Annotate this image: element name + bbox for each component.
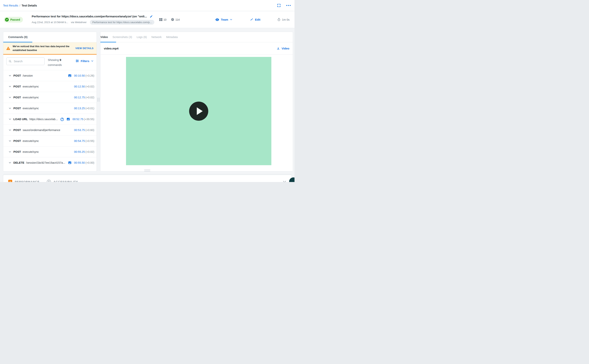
test-date: Aug 22nd, 2023 at 10:56AM b... bbox=[32, 21, 68, 24]
stopwatch-icon bbox=[277, 18, 281, 21]
os-version: 10 bbox=[163, 18, 167, 21]
command-search[interactable] bbox=[6, 58, 45, 65]
command-method: POST bbox=[13, 96, 21, 99]
test-details-page: Test Results / Test Details Passed Perfo… bbox=[0, 0, 294, 182]
breadcrumb-separator: / bbox=[20, 4, 20, 7]
command-path: sauce/ondemand/performance bbox=[23, 129, 60, 132]
edit-title-pencil-icon[interactable] bbox=[150, 15, 153, 18]
filters-button[interactable]: Filters bbox=[75, 59, 94, 63]
check-circle-icon bbox=[5, 18, 9, 22]
download-video-label: Video bbox=[281, 47, 289, 50]
search-input[interactable] bbox=[13, 60, 42, 63]
command-row[interactable]: POSTsauce/ondemand/performance00:53.75(+… bbox=[3, 125, 97, 136]
command-timestamp: 00:13.25(+0.01) bbox=[74, 107, 94, 110]
collapse-panel-chevron-icon[interactable] bbox=[282, 180, 287, 182]
command-row[interactable]: POSTexecute/sync00:54.75(+0.55) bbox=[3, 136, 97, 146]
command-path: https://docs.saucelab... bbox=[29, 118, 58, 121]
expand-chevron-icon[interactable] bbox=[9, 85, 11, 88]
expand-chevron-icon[interactable] bbox=[9, 129, 11, 131]
status-badge: Passed bbox=[4, 17, 23, 23]
more-options-icon[interactable] bbox=[286, 5, 291, 6]
video-frame[interactable] bbox=[126, 57, 271, 165]
command-timestamp: 00:55.50(+0.00) bbox=[74, 161, 94, 164]
accessibility-label: ACCESSIBILITY bbox=[54, 180, 78, 182]
edit-button[interactable]: Edit bbox=[250, 18, 260, 21]
command-path: execute/sync bbox=[23, 107, 39, 110]
command-path: /session/1bc927ee15ac4157a... bbox=[26, 161, 65, 164]
edit-label: Edit bbox=[255, 18, 260, 21]
expand-chevron-icon[interactable] bbox=[9, 150, 11, 153]
duration-value: 1m 0s bbox=[282, 18, 290, 21]
warning-triangle-icon bbox=[6, 47, 10, 50]
panel-resize-handle-vertical[interactable] bbox=[98, 98, 100, 102]
breadcrumb: Test Results / Test Details bbox=[3, 4, 37, 7]
expand-chevron-icon[interactable] bbox=[9, 74, 11, 77]
command-timestamp: 00:10.50(+3.26) bbox=[74, 74, 94, 77]
command-method: POST bbox=[13, 107, 21, 110]
performance-panel-toggle[interactable]: ! PERFORMANCE bbox=[8, 180, 40, 182]
expand-chevron-icon[interactable] bbox=[9, 96, 11, 99]
windows-os-icon bbox=[159, 18, 162, 21]
command-method: LOAD URL bbox=[13, 118, 28, 121]
team-dropdown[interactable]: Team bbox=[215, 18, 232, 21]
download-icon bbox=[277, 47, 280, 50]
expand-chevron-icon[interactable] bbox=[9, 140, 11, 142]
breadcrumb-test-results-link[interactable]: Test Results bbox=[3, 4, 18, 7]
panel-resize-handle-horizontal[interactable] bbox=[144, 169, 150, 171]
baseline-warning-banner: We've noticed that this test has data be… bbox=[3, 42, 97, 55]
showing-count: 9 bbox=[60, 58, 61, 61]
top-bar: Test Results / Test Details bbox=[0, 0, 294, 11]
performance-label: PERFORMANCE bbox=[15, 180, 40, 182]
download-video-button[interactable]: Video bbox=[277, 47, 289, 50]
active-tab-underline bbox=[3, 42, 32, 42]
command-path: /session bbox=[23, 74, 33, 77]
tab-metadata[interactable]: Metadata bbox=[166, 36, 182, 42]
performance-gauge-icon[interactable] bbox=[60, 117, 64, 121]
command-timestamp: 00:53.75(+0.60) bbox=[74, 129, 94, 132]
command-row[interactable]: POSTexecute/sync00:55.25(+0.02) bbox=[3, 146, 97, 157]
expand-chevron-icon[interactable] bbox=[9, 118, 11, 121]
command-row[interactable]: POSTexecute/sync00:12.50(+0.02) bbox=[3, 81, 97, 92]
command-row[interactable]: POSTexecute/sync00:12.75(+0.02) bbox=[3, 92, 97, 103]
test-title: Performance test for https://docs.saucel… bbox=[32, 15, 147, 18]
command-list: POST/session00:10.50(+3.26)POSTexecute/s… bbox=[3, 70, 97, 171]
expand-chevron-icon[interactable] bbox=[9, 107, 11, 110]
active-tab-underline bbox=[100, 42, 116, 42]
command-row[interactable]: POSTexecute/sync00:13.25(+0.01) bbox=[3, 103, 97, 114]
video-file-name: video.mp4 bbox=[104, 47, 119, 50]
test-via: via Webdriver bbox=[71, 21, 87, 24]
command-path: execute/sync bbox=[23, 96, 39, 99]
tab-logs-6[interactable]: Logs (6) bbox=[137, 36, 151, 42]
tab-commands[interactable]: Commands (9) bbox=[3, 36, 27, 42]
test-tag: Performance test for https://docs.saucel… bbox=[90, 20, 154, 25]
screenshot-icon[interactable] bbox=[67, 117, 70, 121]
chevron-down-icon bbox=[230, 18, 232, 21]
assets-panel: VideoScreenshots (3)Logs (6)NetworkMetad… bbox=[100, 32, 293, 171]
command-method: POST bbox=[13, 74, 21, 77]
command-timestamp: 00:12.50(+0.02) bbox=[74, 85, 94, 88]
performance-alert-icon: ! bbox=[8, 180, 12, 182]
command-method: POST bbox=[13, 85, 21, 88]
fullscreen-icon[interactable] bbox=[277, 3, 281, 7]
test-header: Passed Performance test for https://docs… bbox=[0, 11, 294, 28]
command-timestamp: 00:54.75(+0.55) bbox=[74, 139, 94, 143]
team-label: Team bbox=[221, 18, 228, 21]
accessibility-panel-toggle[interactable]: ACCESSIBILITY bbox=[47, 180, 78, 182]
expand-chevron-icon[interactable] bbox=[9, 161, 11, 164]
breadcrumb-current: Test Details bbox=[22, 4, 37, 7]
command-row[interactable]: LOAD URLhttps://docs.saucelab...00:52.75… bbox=[3, 114, 97, 125]
bottom-panels-bar: ! PERFORMANCE ACCESSIBILITY bbox=[3, 175, 292, 182]
browser-version: 114 bbox=[175, 18, 180, 21]
view-details-link[interactable]: VIEW DETAILS bbox=[75, 47, 94, 50]
tab-video[interactable]: Video bbox=[100, 36, 113, 42]
tab-network[interactable]: Network bbox=[151, 36, 166, 42]
command-row[interactable]: DELETE/session/1bc927ee15ac4157a...00:55… bbox=[3, 157, 97, 168]
command-path: execute/sync bbox=[23, 85, 39, 88]
screenshot-icon[interactable] bbox=[68, 161, 72, 164]
play-button[interactable] bbox=[189, 102, 208, 121]
tab-screenshots-3[interactable]: Screenshots (3) bbox=[113, 36, 137, 42]
search-icon bbox=[9, 60, 12, 63]
status-badge-label: Passed bbox=[10, 18, 20, 21]
command-row[interactable]: POST/session00:10.50(+3.26) bbox=[3, 70, 97, 81]
screenshot-icon[interactable] bbox=[68, 74, 72, 77]
